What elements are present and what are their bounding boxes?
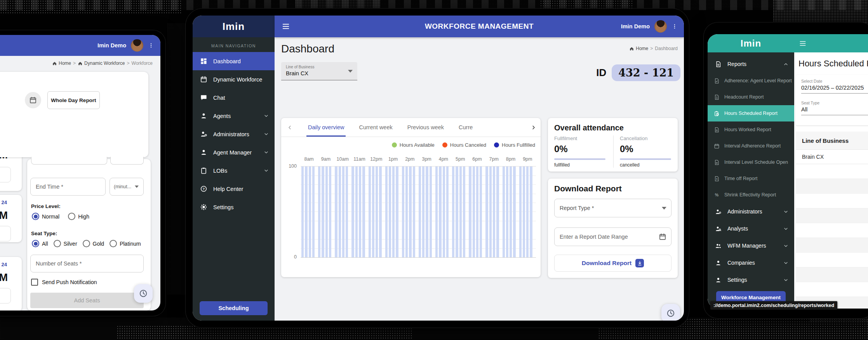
sidebar-item-administrators[interactable]: Administrators: [193, 125, 275, 143]
push-notification-checkbox[interactable]: [31, 279, 38, 286]
breadcrumb-item-dynamic-workforce[interactable]: Dynamic Workforce: [78, 61, 125, 66]
attendance-caption: cancelled: [620, 162, 671, 168]
lob-select[interactable]: Line of Business Brain CX: [281, 62, 357, 80]
user-name: Imin Demo: [621, 23, 650, 29]
kebab-menu-icon[interactable]: [148, 41, 154, 50]
chevron-down-icon: [783, 243, 789, 249]
clock-fab-button[interactable]: [134, 284, 153, 303]
price-level-radio-high[interactable]: [68, 213, 75, 220]
calendar-icon[interactable]: [659, 233, 666, 241]
sidebar-item-companies[interactable]: Companies: [708, 254, 794, 271]
radio-option-all[interactable]: All: [32, 240, 48, 247]
minutes-select[interactable]: (minut...: [110, 178, 144, 196]
radio-option-silver[interactable]: Silver: [54, 240, 77, 247]
radio-option-platinum[interactable]: Platinum: [110, 240, 141, 247]
clock-fab-button[interactable]: [661, 304, 680, 321]
lob-label: Line of Business: [286, 65, 353, 69]
sidebar-item-hours-scheduled-report[interactable]: Hours Scheduled Report: [708, 105, 794, 121]
sidebar-item-label: Hours Worked Report: [724, 127, 771, 132]
id-badge: 432 - 121: [612, 64, 680, 81]
sidebar-item-administrators[interactable]: Administrators: [708, 203, 794, 220]
radio-option-gold[interactable]: Gold: [83, 240, 104, 247]
add-seats-button[interactable]: Add Seats: [30, 293, 144, 308]
fragment-input[interactable]: [0, 288, 11, 304]
sidebar-item-agent-manager[interactable]: Agent Manager: [193, 143, 275, 161]
chevron-right-icon[interactable]: [530, 124, 537, 131]
chart-bar: [435, 167, 438, 257]
chevron-left-icon[interactable]: [287, 124, 293, 131]
sidebar-item-dynamic-workforce[interactable]: Dynamic Workforce: [193, 70, 275, 88]
sidebar-item-chat[interactable]: Chat: [193, 88, 275, 107]
tab-current-week[interactable]: Current week: [359, 118, 392, 137]
seat-type-radio-all[interactable]: [32, 240, 39, 247]
sidebar-item-help-center[interactable]: ?Help Center: [193, 180, 275, 198]
radio-option-normal[interactable]: Normal: [32, 213, 59, 220]
breadcrumb-item-home[interactable]: Home: [52, 61, 71, 66]
select-date-value[interactable]: 02/16/2025 – 02/22/2025: [801, 83, 868, 94]
menu-icon[interactable]: [799, 40, 807, 47]
tab-daily-overview[interactable]: Daily overview: [308, 118, 344, 137]
sidebar-item-analysts[interactable]: Analysts: [708, 220, 794, 237]
sidebar-item-adherence-agent-level-report[interactable]: Adherence: Agent Level Report: [708, 73, 794, 89]
radio-option-high[interactable]: High: [68, 213, 89, 220]
breadcrumb-item-home[interactable]: Home: [629, 46, 648, 51]
download-report-card: Download Report Report Type * Enter a Re…: [548, 179, 678, 278]
sidebar-item-interval-adherence-report[interactable]: Interval Adherence Report: [708, 138, 794, 154]
chart-bar: [335, 167, 337, 257]
clipboard-icon: [200, 167, 207, 174]
kebab-menu-icon[interactable]: [671, 22, 678, 31]
tab-previous-week[interactable]: Previous week: [407, 118, 444, 137]
menu-icon[interactable]: [282, 22, 290, 31]
seat-type-value[interactable]: All: [801, 105, 868, 115]
user-avatar[interactable]: [654, 20, 667, 33]
price-level-radio-normal[interactable]: [32, 213, 39, 220]
chart-bar: [389, 167, 391, 257]
sidebar-item-lobs[interactable]: LOBs: [193, 161, 275, 180]
fragment-input[interactable]: [0, 167, 11, 182]
cut-input[interactable]: [31, 157, 107, 165]
number-of-seats-field[interactable]: Number of Seats *: [30, 255, 144, 272]
seat-type-radio-gold[interactable]: [83, 240, 90, 247]
breadcrumb-item-workforce[interactable]: Workforce: [132, 61, 153, 66]
attendance-metric-value: 0%: [620, 144, 671, 154]
sidebar-item-dashboard[interactable]: Dashboard: [193, 52, 275, 70]
sidebar-item-interval-level-schedule-open[interactable]: Interval Level Schedule Open: [708, 154, 794, 170]
user-avatar[interactable]: [131, 39, 143, 52]
right-sidebar: ReportsAdherence: Agent Level ReportHead…: [708, 52, 794, 309]
sidebar-item-headcount-report[interactable]: Headcount Report: [708, 89, 794, 105]
tab-curre[interactable]: Curre: [459, 118, 473, 137]
doc-icon: [714, 127, 720, 133]
sidebar-item-label: Dynamic Workforce: [213, 76, 262, 83]
date-range-field[interactable]: Enter a Report Date Range: [554, 227, 671, 246]
breadcrumb[interactable]: Home>Dynamic Workforce>Workforce: [0, 56, 160, 66]
cut-input-small[interactable]: [110, 157, 144, 165]
whole-day-report-button[interactable]: Whole Day Report: [47, 91, 100, 109]
end-time-field[interactable]: End Time *: [30, 178, 106, 196]
home-icon: [52, 61, 57, 66]
report-type-select[interactable]: Report Type *: [554, 199, 671, 217]
seat-type-radio-silver[interactable]: [54, 240, 61, 247]
sidebar-item-settings[interactable]: Settings: [193, 198, 275, 216]
sidebar-item-settings[interactable]: Settings: [708, 271, 794, 288]
chart-bar: [430, 167, 432, 257]
breadcrumb-item-dashboard[interactable]: Dashboard: [655, 46, 678, 51]
table-empty-row: [796, 223, 868, 238]
sidebar-item-wfm-managers[interactable]: WFM Managers: [708, 237, 794, 254]
download-report-button[interactable]: Download Report: [554, 255, 671, 272]
scheduling-button[interactable]: Scheduling: [200, 301, 268, 315]
sidebar-item-reports[interactable]: Reports: [708, 56, 794, 73]
sidebar-item-shrink-effectivity-report[interactable]: %Shrink Effectivity Report: [708, 187, 794, 203]
sidebar-item-label: Administrators: [727, 208, 762, 215]
x-axis-label: 5pm: [452, 156, 469, 162]
sidebar-item-agents[interactable]: Agents: [193, 107, 275, 125]
calendar-icon[interactable]: [25, 92, 41, 108]
sidebar-item-time-off-report[interactable]: $Time off Report: [708, 170, 794, 187]
breadcrumb[interactable]: Home>Dashboard: [629, 46, 678, 51]
chart-bar: [422, 167, 424, 257]
calendar-icon: [200, 76, 207, 83]
table-row[interactable]: Brain CX: [796, 149, 868, 164]
seat-type-radio-platinum[interactable]: [110, 240, 117, 247]
chevron-down-icon: [783, 209, 789, 215]
sidebar-item-hours-worked-report[interactable]: Hours Worked Report: [708, 121, 794, 138]
fragment-input[interactable]: [0, 226, 11, 241]
